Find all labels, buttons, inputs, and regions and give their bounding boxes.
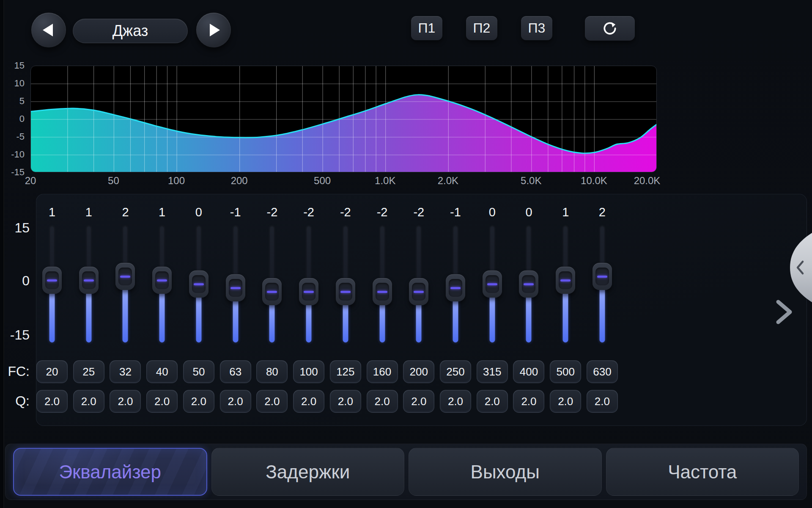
band-gain-value: 2	[107, 205, 143, 219]
thumb-dash-icon	[157, 279, 167, 282]
band-slider-thumb[interactable]	[115, 263, 135, 290]
preset-prev-button[interactable]	[31, 13, 66, 47]
band-q-button[interactable]: 2.0	[256, 390, 288, 413]
band-q-button[interactable]: 2.0	[330, 390, 361, 413]
tab-delays[interactable]: Задержки	[211, 448, 405, 496]
band-gain-value: 0	[510, 205, 547, 219]
band-q-button[interactable]: 2.0	[587, 390, 618, 413]
band-fc-button[interactable]: 20	[36, 360, 68, 383]
y-axis-label: -15	[0, 167, 25, 178]
thumb-inner	[376, 283, 389, 301]
band-fc-button[interactable]: 125	[330, 360, 361, 383]
band-slider-thumb[interactable]	[42, 267, 62, 294]
band-fc-button[interactable]: 200	[403, 360, 434, 383]
preset-next-button[interactable]	[196, 13, 231, 47]
band-slider-thumb[interactable]	[152, 267, 172, 294]
band-q-button[interactable]: 2.0	[36, 390, 68, 413]
band-slider-fill	[416, 301, 422, 342]
y-axis-label: 0	[0, 113, 25, 124]
band-fc-button[interactable]: 500	[550, 360, 581, 383]
band-slider-thumb[interactable]	[226, 274, 245, 301]
tab-frequency[interactable]: Частота	[606, 448, 799, 496]
band-slider-thumb[interactable]	[336, 278, 355, 305]
band-slider-fill	[489, 293, 495, 342]
x-axis-label: 100	[168, 175, 185, 186]
band-slider-thumb[interactable]	[79, 267, 99, 294]
reset-button[interactable]	[585, 16, 635, 41]
refresh-icon	[602, 20, 618, 36]
band-slider-thumb[interactable]	[483, 271, 502, 298]
fc-row-label: FC:	[2, 363, 30, 379]
band-q-button[interactable]: 2.0	[220, 390, 251, 413]
eq-curve-area	[31, 95, 657, 172]
band-q-button[interactable]: 2.0	[403, 390, 434, 413]
band-gain-value: -1	[217, 205, 254, 219]
band-fc-button[interactable]: 32	[110, 360, 141, 383]
eq-band-200: -22002.0	[401, 194, 437, 426]
band-slider-fill	[233, 297, 238, 342]
band-q-button[interactable]: 2.0	[513, 390, 544, 413]
band-slider-thumb[interactable]	[446, 274, 465, 301]
band-gain-value: -2	[254, 205, 290, 219]
y-axis-label: -5	[0, 131, 25, 142]
tab-equalizer[interactable]: Эквалайзер	[13, 448, 207, 496]
tab-outputs[interactable]: Выходы	[409, 448, 602, 496]
band-gain-value: 0	[181, 205, 217, 219]
band-q-button[interactable]: 2.0	[293, 390, 324, 413]
band-slider-thumb[interactable]	[593, 263, 612, 290]
band-q-button[interactable]: 2.0	[73, 390, 104, 413]
band-fc-button[interactable]: 630	[587, 360, 618, 383]
band-q-button[interactable]: 2.0	[550, 390, 581, 413]
band-slider-fill	[379, 301, 385, 342]
band-gain-value: -2	[327, 205, 364, 219]
x-axis-label: 2.0K	[438, 175, 458, 186]
band-fc-button[interactable]: 160	[367, 360, 398, 383]
memory-button-1[interactable]: П1	[411, 16, 442, 40]
gain-scale-label-zero: 0	[2, 273, 30, 289]
eq-band-315: 03152.0	[474, 194, 510, 426]
eq-band-32: 2322.0	[107, 194, 143, 426]
band-fc-button[interactable]: 400	[513, 360, 544, 383]
band-slider-thumb[interactable]	[519, 271, 538, 298]
band-slider-thumb[interactable]	[189, 271, 208, 298]
band-q-button[interactable]: 2.0	[477, 390, 508, 413]
thumb-inner	[82, 271, 96, 289]
band-fc-button[interactable]: 63	[220, 360, 251, 383]
thumb-dash-icon	[304, 291, 314, 293]
band-gain-value: 1	[144, 205, 180, 219]
band-q-button[interactable]: 2.0	[367, 390, 398, 413]
thumb-dash-icon	[377, 291, 387, 293]
band-q-button[interactable]: 2.0	[146, 390, 178, 413]
band-gain-value: 1	[547, 205, 584, 219]
band-q-button[interactable]: 2.0	[110, 390, 141, 413]
band-fc-button[interactable]: 80	[256, 360, 288, 383]
band-slider-thumb[interactable]	[299, 278, 318, 305]
memory-button-3[interactable]: П3	[521, 16, 552, 40]
preset-name-display[interactable]: Джаз	[73, 19, 188, 43]
band-fc-button[interactable]: 100	[293, 360, 324, 383]
band-q-button[interactable]: 2.0	[183, 390, 214, 413]
band-slider-thumb[interactable]	[262, 278, 282, 305]
bottom-tab-bar: ЭквалайзерЗадержкиВыходыЧастота	[5, 444, 807, 500]
x-axis-label: 50	[108, 175, 119, 186]
band-slider-fill	[563, 290, 568, 342]
band-gain-value: -2	[364, 205, 401, 219]
memory-button-2[interactable]: П2	[466, 16, 497, 40]
band-slider-fill	[86, 290, 91, 342]
band-fc-button[interactable]: 315	[477, 360, 508, 383]
band-slider-thumb[interactable]	[409, 278, 428, 305]
thumb-dash-icon	[47, 279, 57, 282]
band-slider-thumb[interactable]	[556, 267, 575, 294]
band-slider-thumb[interactable]	[373, 278, 392, 305]
band-gain-value: -1	[437, 205, 474, 219]
x-axis-label: 20	[25, 175, 36, 186]
drawer-handle[interactable]	[786, 232, 812, 303]
band-q-button[interactable]: 2.0	[440, 390, 471, 413]
band-fc-button[interactable]: 250	[440, 360, 471, 383]
band-fc-button[interactable]: 25	[73, 360, 104, 383]
band-fc-button[interactable]: 50	[183, 360, 214, 383]
thumb-inner	[595, 268, 609, 285]
band-fc-button[interactable]: 40	[146, 360, 178, 383]
thumb-dash-icon	[487, 283, 497, 285]
x-axis-label: 5.0K	[521, 175, 541, 186]
